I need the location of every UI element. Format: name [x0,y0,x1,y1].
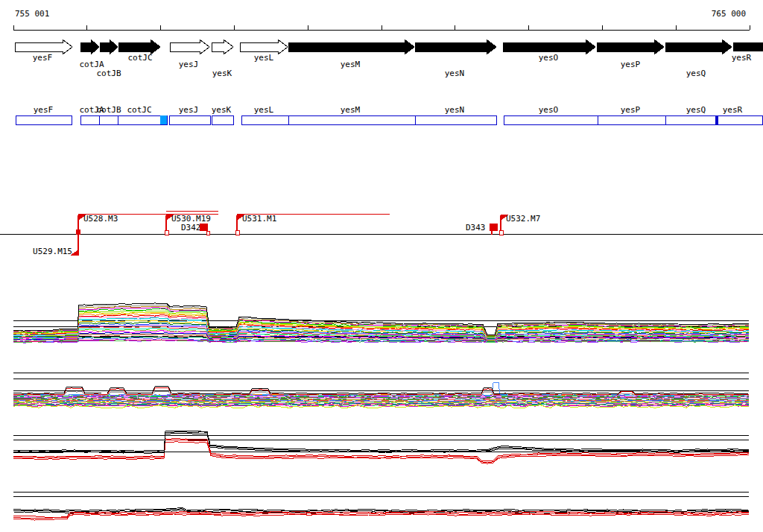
probe-label-yesJ: yesJ [179,105,199,115]
marker-label-D343: D343 [466,223,486,232]
probe-label-cotJC: cotJC [127,105,151,115]
gene-arrow-cotJC[interactable] [118,39,160,54]
expression-series [13,514,749,520]
probe-box-thick-divider [715,115,718,124]
gene-arrow-yesP[interactable] [597,39,664,54]
probe-label-yesO: yesO [539,105,559,115]
probe-label-yesM: yesM [341,105,361,115]
gene-label-cotJB: cotJB [96,69,121,78]
probe-box-group[interactable] [16,115,72,124]
gene-label-yesP: yesP [621,60,641,69]
probe-label-yesN: yesN [445,105,465,115]
marker-base-square [76,229,80,235]
gene-arrow-yesJ[interactable] [170,39,209,54]
gene-label-yesR: yesR [732,53,752,63]
gene-label-yesN: yesN [445,69,465,78]
gene-label-yesL: yesL [254,53,274,63]
gene-label-yesO: yesO [539,53,559,63]
marker-base-square [165,230,168,235]
gene-arrow-cotJA[interactable] [80,39,99,54]
probe-label-cotJB: cotJB [96,105,121,115]
gene-label-yesJ: yesJ [179,60,199,69]
gene-arrow-yesO[interactable] [503,39,595,54]
gene-label-yesM: yesM [341,60,361,69]
marker-box-D342[interactable] [200,224,208,231]
gene-arrow-yesN[interactable] [415,39,496,54]
probe-box-group[interactable] [504,115,762,124]
probe-label-yesR: yesR [723,105,743,115]
marker-base-square [206,231,209,235]
marker-box-D343[interactable] [490,224,498,231]
gene-arrow-cotJB[interactable] [100,39,118,54]
gene-arrow-yesK[interactable] [212,39,233,54]
ruler: 755 001 765 000 [15,9,746,19]
gene-arrow-yesM[interactable] [288,39,414,54]
probe-box-group[interactable] [80,115,167,124]
expression-series [13,431,749,451]
probe-label-yesQ: yesQ [686,105,706,115]
genome-browser-view: 755 001 765 000 yesFcotJAcotJBcotJCyesJy… [0,0,763,532]
gene-arrow-yesL[interactable] [240,39,288,54]
probe-label-yesP: yesP [621,105,641,115]
probe-label-yesL: yesL [254,105,274,115]
marker-base-square [499,230,503,235]
marker-label-U531.M1: U531.M1 [242,214,276,224]
marker-label-U529.M15: U529.M15 [33,247,72,256]
marker-base-square [235,230,239,235]
expression-series [13,405,749,407]
marker-label-D342: D342 [181,223,201,232]
gene-label-yesK: yesK [212,69,232,78]
probe-box-group[interactable] [212,115,233,124]
gene-arrow-yesQ[interactable] [665,39,732,54]
generated-content: yesFcotJAcotJBcotJCyesJyesKyesLyesMyesNy… [0,25,763,520]
genome-browser-canvas: 755 001 765 000 yesFcotJAcotJBcotJCyesJy… [0,0,763,532]
probe-label-yesK: yesK [212,105,232,115]
marker-label-U532.M7: U532.M7 [506,214,540,224]
ruler-end-label: 765 000 [712,9,746,19]
gene-label-cotJC: cotJC [127,53,152,63]
gene-label-yesF: yesF [33,53,53,63]
probe-box-group[interactable] [169,115,210,124]
gene-arrow-yesR[interactable] [733,42,763,51]
probe-highlight[interactable] [160,115,167,124]
probe-box-group[interactable] [241,115,496,124]
marker-base-stub [491,231,493,235]
gene-label-yesQ: yesQ [686,69,706,78]
marker-label-U528.M3: U528.M3 [83,214,118,224]
probe-label-yesF: yesF [34,105,54,115]
gene-arrow-yesF[interactable] [15,39,72,54]
ruler-start-label: 755 001 [15,9,49,19]
